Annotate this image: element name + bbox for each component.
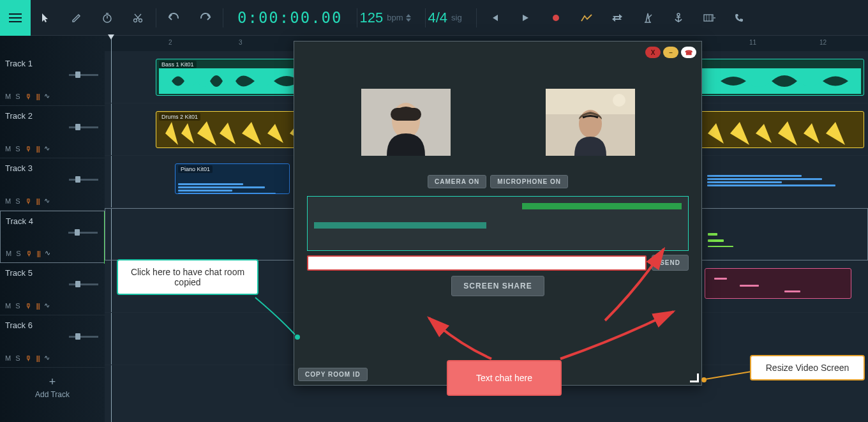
arm-record-icon[interactable]: 🎙 <box>25 354 32 362</box>
track-name: Track 5 <box>5 268 100 278</box>
automation-toggle-icon[interactable]: ∿ <box>44 197 50 205</box>
add-track-label: Add Track <box>35 390 70 399</box>
mute-button[interactable]: M <box>6 250 11 257</box>
track-2[interactable]: Track 2 MS🎙|||∿ <box>0 106 105 158</box>
plus-icon: + <box>0 375 105 389</box>
track-fader[interactable] <box>69 74 98 76</box>
svg-point-4 <box>677 13 680 16</box>
time-display: 0:00:00.00 <box>237 9 343 27</box>
timesig-label: sig <box>451 13 462 22</box>
ruler-mark: 12 <box>819 39 827 46</box>
automation-icon[interactable] <box>575 6 598 29</box>
redo-icon[interactable] <box>193 6 216 29</box>
track-name: Track 3 <box>5 163 100 173</box>
automation-toggle-icon[interactable]: ∿ <box>45 249 50 257</box>
meter-icon[interactable]: ||| <box>36 302 40 310</box>
arm-record-icon[interactable]: 🎙 <box>25 302 32 310</box>
meter-icon[interactable]: ||| <box>36 93 40 100</box>
chat-message-remote <box>522 203 682 209</box>
record-icon[interactable] <box>544 6 567 29</box>
mute-button[interactable]: M <box>5 354 11 362</box>
microphone-toggle-button[interactable]: MICROPHONE ON <box>490 175 568 188</box>
mute-button[interactable]: M <box>5 93 11 100</box>
clip-label: Piano Kit01 <box>178 165 213 173</box>
midi-clip[interactable] <box>705 163 845 194</box>
bpm-label: bpm <box>387 13 403 22</box>
hangup-button[interactable]: ☎ <box>681 47 696 58</box>
track-fader[interactable] <box>69 126 98 128</box>
solo-button[interactable]: S <box>15 354 20 362</box>
phone-icon[interactable] <box>728 6 751 29</box>
solo-button[interactable]: S <box>16 250 20 257</box>
arm-record-icon[interactable]: 🎙 <box>25 197 32 205</box>
meter-icon[interactable]: ||| <box>37 250 41 257</box>
automation-toggle-icon[interactable]: ∿ <box>44 144 50 153</box>
midi-clip[interactable] <box>705 222 852 247</box>
top-toolbar: 0:00:00.00 125 bpm 4/4 sig <box>0 0 868 36</box>
solo-button[interactable]: S <box>15 302 20 310</box>
minimize-panel-button[interactable]: – <box>663 47 678 58</box>
scissors-tool-icon[interactable] <box>126 6 149 29</box>
track-fader[interactable] <box>69 283 98 285</box>
webcam-feed-remote <box>546 89 635 156</box>
automation-toggle-icon[interactable]: ∿ <box>44 354 50 362</box>
play-icon[interactable] <box>514 6 537 29</box>
meter-icon[interactable]: ||| <box>36 197 40 205</box>
resize-handle[interactable] <box>690 373 699 382</box>
close-panel-button[interactable]: X <box>645 47 661 58</box>
metronome-icon[interactable] <box>636 6 659 29</box>
ruler-mark: 2 <box>168 39 172 46</box>
meter-icon[interactable]: ||| <box>36 354 40 362</box>
svg-point-3 <box>553 15 559 21</box>
automation-toggle-icon[interactable]: ∿ <box>44 92 50 100</box>
svg-point-14 <box>701 377 707 382</box>
camera-toggle-button[interactable]: CAMERA ON <box>428 175 486 188</box>
clip-label: Drums 2 Kit01 <box>159 113 200 121</box>
track-name: Track 2 <box>5 111 100 121</box>
arm-record-icon[interactable]: 🎙 <box>25 145 32 153</box>
timer-tool-icon[interactable] <box>96 6 119 29</box>
add-track-button[interactable]: + Add Track <box>0 368 105 399</box>
track-3[interactable]: Track 3 MS🎙|||∿ <box>0 158 105 211</box>
midi-clip[interactable]: Piano Kit01 <box>175 163 290 194</box>
svg-point-1 <box>134 19 137 22</box>
meter-icon[interactable]: ||| <box>36 145 40 153</box>
solo-button[interactable]: S <box>15 197 20 205</box>
bpm-stepper[interactable] <box>406 14 411 22</box>
pointer-tool-icon[interactable] <box>34 6 57 29</box>
track-5[interactable]: Track 5 MS🎙|||∿ <box>0 263 105 315</box>
track-4[interactable]: Track 4 MS🎙|||∿ <box>0 211 105 263</box>
solo-button[interactable]: S <box>15 145 20 153</box>
screen-share-button[interactable]: SCREEN SHARE <box>451 276 544 296</box>
svg-point-13 <box>295 335 300 340</box>
snap-icon[interactable] <box>698 6 721 29</box>
track-fader[interactable] <box>69 179 98 181</box>
skip-back-icon[interactable] <box>483 6 506 29</box>
track-name: Track 1 <box>5 59 100 68</box>
timesig-value[interactable]: 4/4 <box>428 10 448 26</box>
midi-clip[interactable] <box>705 268 851 299</box>
track-fader[interactable] <box>68 232 98 234</box>
loop-icon[interactable] <box>606 6 629 29</box>
mute-button[interactable]: M <box>5 302 11 310</box>
automation-toggle-icon[interactable]: ∿ <box>44 301 50 310</box>
pencil-tool-icon[interactable] <box>65 6 88 29</box>
arm-record-icon[interactable]: 🎙 <box>25 93 32 100</box>
mute-button[interactable]: M <box>5 145 11 153</box>
undo-icon[interactable] <box>163 6 186 29</box>
mute-button[interactable]: M <box>5 197 11 205</box>
callout-copy-room: Click here to have chat room copied <box>117 259 258 295</box>
anchor-icon[interactable] <box>667 6 690 29</box>
track-6[interactable]: Track 6 MS🎙|||∿ <box>0 315 105 368</box>
chat-input[interactable] <box>307 255 647 271</box>
menu-button[interactable] <box>0 0 31 36</box>
solo-button[interactable]: S <box>15 93 20 100</box>
callout-resize: Resize Video Screen <box>750 355 865 381</box>
track-fader[interactable] <box>69 336 98 338</box>
copy-room-id-button[interactable]: COPY ROOM ID <box>298 368 368 381</box>
svg-point-11 <box>613 94 625 107</box>
track-1[interactable]: Track 1 M S 🎙 ||| ∿ <box>0 54 105 106</box>
bpm-value[interactable]: 125 <box>360 10 384 26</box>
arm-record-icon[interactable]: 🎙 <box>26 250 33 257</box>
svg-rect-8 <box>391 108 421 121</box>
